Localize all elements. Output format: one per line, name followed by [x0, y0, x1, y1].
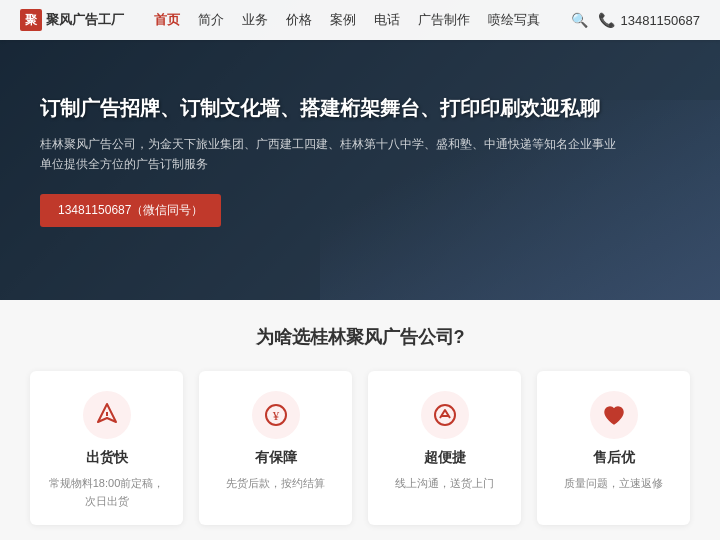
fast-delivery-icon — [83, 391, 131, 439]
card-aftersales-title: 售后优 — [552, 449, 675, 467]
hero-content: 订制广告招牌、订制文化墙、搭建桁架舞台、打印印刷欢迎私聊 桂林聚风广告公司，为金… — [40, 93, 680, 226]
nav-item-intro[interactable]: 简介 — [198, 11, 224, 29]
card-fast-delivery-title: 出货快 — [45, 449, 168, 467]
search-icon[interactable]: 🔍 — [571, 12, 588, 28]
logo-icon: 聚 — [20, 9, 42, 31]
card-guaranteed-desc: 先货后款，按约结算 — [214, 475, 337, 493]
card-convenient: 超便捷 线上沟通，送货上门 — [368, 371, 521, 525]
nav: 首页 简介 业务 价格 案例 电话 广告制作 喷绘写真 — [154, 11, 561, 29]
hero-cta-button[interactable]: 13481150687（微信同号） — [40, 194, 221, 227]
card-fast-delivery-desc: 常规物料18:00前定稿，次日出货 — [45, 475, 168, 510]
hero-title: 订制广告招牌、订制文化墙、搭建桁架舞台、打印印刷欢迎私聊 — [40, 93, 680, 123]
hero-subtitle: 桂林聚风广告公司，为金天下旅业集团、广西建工四建、桂林第十八中学、盛和塾、中通快… — [40, 135, 620, 173]
phone-icon: 📞 — [598, 12, 615, 28]
card-aftersales: 售后优 质量问题，立速返修 — [537, 371, 690, 525]
hero-section: 订制广告招牌、订制文化墙、搭建桁架舞台、打印印刷欢迎私聊 桂林聚风广告公司，为金… — [0, 0, 720, 300]
nav-item-services[interactable]: 业务 — [242, 11, 268, 29]
header: 聚 聚风广告工厂 首页 简介 业务 价格 案例 电话 广告制作 喷绘写真 🔍 📞… — [0, 0, 720, 40]
guaranteed-icon: ¥ — [252, 391, 300, 439]
nav-item-cases[interactable]: 案例 — [330, 11, 356, 29]
nav-item-ad-production[interactable]: 广告制作 — [418, 11, 470, 29]
logo[interactable]: 聚 聚风广告工厂 — [20, 9, 124, 31]
why-section-title: 为啥选桂林聚风广告公司? — [30, 325, 690, 349]
card-guaranteed-title: 有保障 — [214, 449, 337, 467]
aftersales-icon — [590, 391, 638, 439]
nav-item-home[interactable]: 首页 — [154, 11, 180, 29]
card-guaranteed: ¥ 有保障 先货后款，按约结算 — [199, 371, 352, 525]
card-convenient-title: 超便捷 — [383, 449, 506, 467]
nav-item-price[interactable]: 价格 — [286, 11, 312, 29]
phone-area: 📞 13481150687 — [598, 12, 700, 28]
logo-text: 聚风广告工厂 — [46, 11, 124, 29]
svg-text:¥: ¥ — [272, 408, 279, 423]
header-phone-number[interactable]: 13481150687 — [620, 13, 700, 28]
nav-item-printing[interactable]: 喷绘写真 — [488, 11, 540, 29]
card-fast-delivery: 出货快 常规物料18:00前定稿，次日出货 — [30, 371, 183, 525]
nav-item-phone[interactable]: 电话 — [374, 11, 400, 29]
cards-row: 出货快 常规物料18:00前定稿，次日出货 ¥ 有保障 先货后款，按约结算 — [30, 371, 690, 525]
convenient-icon — [421, 391, 469, 439]
why-section: 为啥选桂林聚风广告公司? 出货快 常规物料18:00前定稿，次日出货 ¥ 有保障… — [0, 300, 720, 540]
card-aftersales-desc: 质量问题，立速返修 — [552, 475, 675, 493]
card-convenient-desc: 线上沟通，送货上门 — [383, 475, 506, 493]
